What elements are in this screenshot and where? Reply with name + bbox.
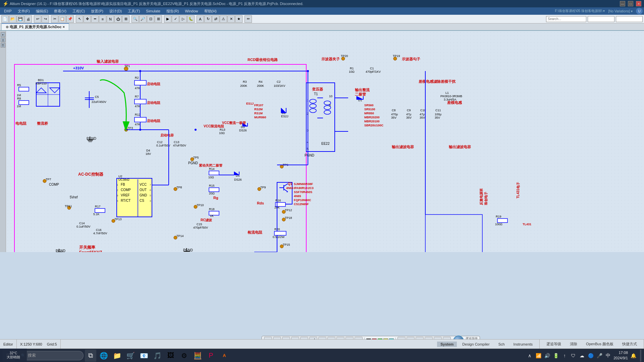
- battery-icon[interactable]: 🔋: [552, 352, 559, 359]
- tb-netlab[interactable]: N: [107, 15, 114, 23]
- toolbar-filter[interactable]: [588, 16, 614, 22]
- tb-save[interactable]: 💾: [17, 15, 24, 23]
- menu-edit[interactable]: 编辑(E): [33, 8, 51, 14]
- schematic-area[interactable]: +310V 输入滤波电容 RCD吸收钳位电路 示波器夹子 示波器勾子 TP1 T…: [6, 31, 644, 252]
- taskbar-file-explorer[interactable]: 📁: [111, 350, 123, 362]
- menu-project[interactable]: 工程(C): [70, 8, 88, 14]
- tb-zoom-out[interactable]: 🔎: [139, 15, 147, 23]
- tb-wire[interactable]: ━: [91, 15, 99, 23]
- taskbar-store[interactable]: 🛒: [124, 350, 137, 362]
- tb-redo[interactable]: ↪: [42, 15, 49, 23]
- svg-text:470μ: 470μ: [391, 113, 398, 116]
- svg-text:MR850: MR850: [364, 112, 374, 115]
- tb-undo[interactable]: ↩: [34, 15, 41, 23]
- menu-dxp[interactable]: DXP: [1, 8, 14, 14]
- tb-pencil[interactable]: ✏: [245, 15, 252, 23]
- user-avatar[interactable]: U: [636, 8, 643, 14]
- tb-debug[interactable]: 🐛: [187, 15, 195, 23]
- svg-text:47uF/50V: 47uF/50V: [173, 144, 186, 147]
- tb-compile[interactable]: ▶: [164, 15, 171, 23]
- right-tab-shortcuts[interactable]: 快捷方式: [619, 341, 640, 347]
- menu-window[interactable]: Window: [182, 8, 201, 14]
- network-icon[interactable]: 📶: [535, 352, 542, 359]
- svg-text:FB: FB: [121, 183, 125, 186]
- task-view-button[interactable]: ⧉: [85, 350, 96, 362]
- menu-design[interactable]: 设计(D): [107, 8, 124, 14]
- status-tab-sch[interactable]: Sch: [495, 342, 508, 347]
- tb-validate[interactable]: ✓: [172, 15, 179, 23]
- svg-rect-186: [95, 208, 105, 213]
- minimize-button[interactable]: —: [620, 1, 625, 6]
- taskbar-calculator[interactable]: 🧮: [192, 350, 204, 362]
- status-tab-instruments[interactable]: Instruments: [510, 342, 536, 347]
- maximize-button[interactable]: □: [628, 1, 633, 6]
- tb-component[interactable]: ⊞: [122, 15, 129, 23]
- tb-bus[interactable]: ≡: [99, 15, 106, 23]
- right-tab-clear[interactable]: 清除: [567, 341, 581, 347]
- right-tab-trace[interactable]: 逻追等级: [543, 341, 565, 347]
- tb-open[interactable]: 📂: [9, 15, 16, 23]
- update-icon[interactable]: ↑: [561, 352, 568, 359]
- tb-star[interactable]: ★: [235, 15, 243, 23]
- tb-cross[interactable]: ✕: [227, 15, 235, 23]
- svg-text:Rds: Rds: [257, 201, 264, 205]
- tb-fit[interactable]: ⊡: [147, 15, 154, 23]
- menu-file[interactable]: 文件(F): [15, 8, 33, 14]
- status-tab-system[interactable]: System: [437, 342, 457, 347]
- tb-move[interactable]: ✥: [84, 15, 91, 23]
- show-desktop-btn[interactable]: [640, 350, 641, 362]
- sidebar-btn-3[interactable]: ☰: [1, 43, 5, 48]
- taskbar-altium[interactable]: A: [218, 350, 230, 362]
- taskbar-powerpoint[interactable]: P: [205, 350, 217, 362]
- tb-zoom-in[interactable]: 🔍: [131, 15, 139, 23]
- taskbar-photos[interactable]: 🖼: [165, 350, 177, 362]
- bluetooth-icon[interactable]: 🔵: [587, 352, 594, 359]
- tb-sync[interactable]: ⇄: [212, 15, 219, 23]
- tb-select[interactable]: ↖: [76, 15, 83, 23]
- taskbar-edge[interactable]: 🌐: [98, 350, 110, 362]
- tb-zoom-area[interactable]: ⊞: [155, 15, 162, 23]
- variation-dropdown[interactable]: [No Variations] ▾: [608, 9, 633, 13]
- right-tab-openbus[interactable]: OpenBus 颜色板: [583, 341, 617, 347]
- tb-run[interactable]: ▷: [179, 15, 187, 23]
- schematic-svg: +310V 输入滤波电容 RCD吸收钳位电路 示波器夹子 示波器勾子 TP1 T…: [6, 31, 644, 252]
- notification-icon[interactable]: 🔔: [630, 352, 637, 359]
- tb-new[interactable]: 📄: [1, 15, 9, 23]
- tb-copy[interactable]: 📋: [59, 15, 66, 23]
- toolbar-search[interactable]: [546, 16, 586, 22]
- tb-print[interactable]: 🖨: [24, 15, 32, 23]
- taskbar-settings[interactable]: ⚙: [178, 350, 190, 362]
- schematic-tab[interactable]: ⊙ 电源_P1 反激开关电源.SchDoc ×: [1, 23, 69, 30]
- show-hidden-icons[interactable]: ∧: [526, 352, 533, 359]
- status-tab-design[interactable]: Design Compiler: [459, 342, 493, 347]
- cloud-icon[interactable]: ☁: [579, 352, 585, 359]
- menu-place[interactable]: 放置(P): [88, 8, 106, 14]
- menu-reports[interactable]: 报告(R): [164, 8, 181, 14]
- lang-icon[interactable]: 中: [605, 352, 611, 359]
- svg-text:SR560: SR560: [364, 104, 374, 107]
- menu-simulate[interactable]: Simulate: [143, 8, 163, 14]
- tb-annotate[interactable]: A: [197, 15, 204, 23]
- toolbar-filter2[interactable]: [616, 16, 643, 22]
- sidebar-btn-2[interactable]: ‖: [1, 38, 5, 42]
- tb-paste[interactable]: 📌: [66, 15, 74, 23]
- svg-text:1M: 1M: [17, 94, 21, 97]
- weather-widget[interactable]: 32°C 大部晴朗: [0, 349, 27, 362]
- tb-power[interactable]: ⏻: [114, 15, 122, 23]
- taskbar-music[interactable]: 🎵: [151, 350, 163, 362]
- menu-tools[interactable]: 工具(T): [125, 8, 143, 14]
- system-clock[interactable]: 17:08 2024/9/1: [613, 350, 628, 361]
- menu-view[interactable]: 察看(V): [51, 8, 69, 14]
- security-icon[interactable]: 🛡: [570, 352, 577, 359]
- tb-update[interactable]: ↻: [204, 15, 212, 23]
- sidebar-btn-1[interactable]: ▸: [1, 32, 5, 37]
- close-button[interactable]: ✕: [636, 1, 641, 6]
- menu-bar: DXP 文件(F) 编辑(E) 察看(V) 工程(C) 放置(P) 设计(D) …: [0, 7, 644, 15]
- taskbar-mail[interactable]: 📧: [138, 350, 150, 362]
- svg-text:C5: C5: [95, 95, 99, 99]
- mic-icon[interactable]: 🎤: [596, 352, 603, 359]
- tb-cut[interactable]: ✂: [51, 15, 58, 23]
- menu-help[interactable]: 帮助(H): [202, 8, 219, 14]
- volume-icon[interactable]: 🔊: [544, 352, 550, 359]
- tb-error[interactable]: ⚠: [220, 15, 227, 23]
